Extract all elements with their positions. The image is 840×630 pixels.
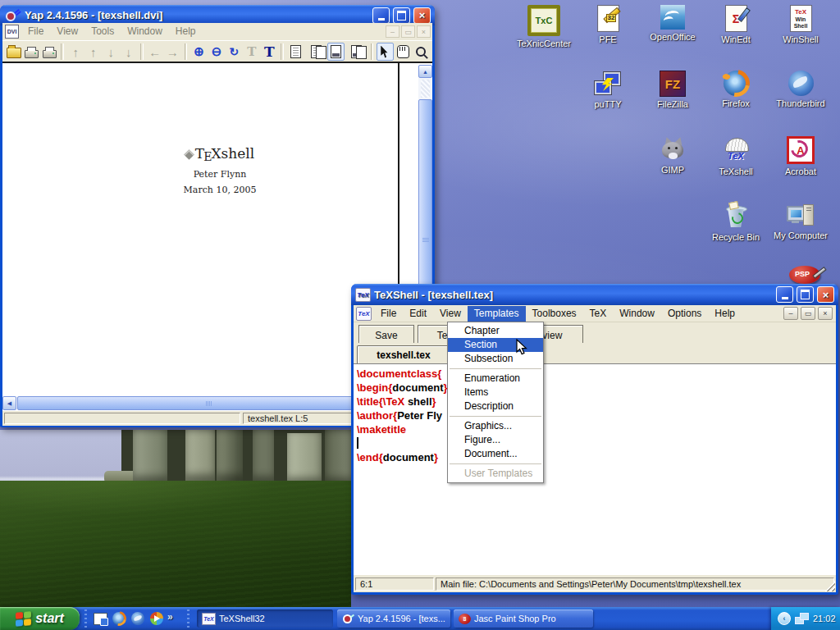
templates-menu-item-section[interactable]: Section	[448, 338, 543, 352]
scroll-left-icon[interactable]: ◀	[2, 396, 16, 410]
yap-menu-file[interactable]: File	[21, 24, 50, 39]
refresh-icon[interactable]: ↻	[226, 43, 242, 61]
hand-tool-icon[interactable]	[395, 43, 411, 61]
yap-minimize-button[interactable]	[372, 7, 390, 24]
psp-icon-glyph: PSP	[795, 270, 810, 278]
yap-menu-tools[interactable]: Tools	[84, 24, 121, 39]
open-file-icon[interactable]	[6, 43, 22, 61]
facing-pages-view-icon[interactable]	[305, 43, 327, 61]
desktop-icon-texshell[interactable]: TeXTeXshell	[704, 136, 768, 176]
mdi-minimize-icon[interactable]: –	[783, 307, 798, 320]
resize-grip[interactable]	[824, 581, 835, 591]
desktop-icon-pfe[interactable]: 32PFE	[576, 5, 640, 44]
texshell-titlebar[interactable]: TeX TeXShell - [texshell.tex] ×	[351, 284, 838, 305]
magnifier-tool-icon[interactable]	[413, 43, 429, 61]
desktop-icon-winshell[interactable]: TeXWinShellWinShell	[769, 5, 833, 44]
winshell-glyph: Shell	[794, 23, 808, 29]
mdi-restore-icon[interactable]: ▭	[801, 307, 815, 320]
mdi-close-icon[interactable]: ×	[417, 25, 431, 38]
code-editor[interactable]: \documentclass{\begin{document}\title{\T…	[354, 363, 836, 575]
texshell-menu-templates[interactable]: Templates	[468, 306, 526, 322]
templates-menu-item-graphics[interactable]: Graphics...	[448, 419, 543, 433]
yap-menu-window[interactable]: Window	[121, 24, 169, 39]
quick-launch-overflow-icon[interactable]: »	[167, 611, 173, 623]
next-page-icon[interactable]: ↓	[103, 43, 119, 61]
filezilla-icon: FZ	[660, 71, 686, 97]
first-page-icon[interactable]: ↑	[67, 43, 84, 61]
templates-menu-item-description[interactable]: Description	[448, 399, 543, 413]
scroll-track[interactable]	[421, 80, 430, 98]
desktop-icon-filezilla[interactable]: FZFileZilla	[641, 71, 705, 109]
show-desktop-icon[interactable]	[92, 610, 108, 627]
yap-menu-view[interactable]: View	[50, 24, 84, 39]
templates-menu-item-document[interactable]: Document...	[448, 447, 543, 461]
yap-menu-help[interactable]: Help	[169, 24, 203, 39]
quicklaunch-thunderbird-icon[interactable]	[130, 610, 146, 627]
forward-icon[interactable]: →	[164, 43, 180, 61]
back-icon[interactable]: ←	[147, 43, 163, 61]
continuous-facing-view-icon[interactable]	[345, 43, 368, 61]
desktop-icon-putty[interactable]: puTTY	[576, 71, 640, 109]
yap-close-button[interactable]: ×	[413, 7, 431, 24]
print-setup-icon[interactable]	[41, 43, 57, 61]
print-icon[interactable]	[23, 43, 39, 61]
mdi-close-icon[interactable]: ×	[818, 307, 833, 320]
templates-menu-item-subsection[interactable]: Subsection	[448, 352, 543, 366]
texshell-icon: TeX	[722, 136, 750, 164]
texshell-window: TeX TeXShell - [texshell.tex] × TeX File…	[351, 284, 838, 595]
templates-menu-item-chapter[interactable]: Chapter	[448, 324, 543, 338]
taskbar-task-jasc-paint-shop-pro[interactable]: 8Jasc Paint Shop Pro	[454, 609, 593, 628]
quicklaunch-mediaplayer-icon[interactable]	[148, 610, 165, 627]
scroll-thumb[interactable]	[17, 396, 401, 410]
text-caret	[357, 437, 358, 449]
single-page-view-icon[interactable]	[287, 43, 304, 61]
texshell-menu-options[interactable]: Options	[661, 306, 708, 322]
texshell-menu-view[interactable]: View	[433, 306, 468, 322]
taskbar-task-texshell32[interactable]: TeXTeXShell32	[197, 609, 333, 628]
desktop-icon-winedt[interactable]: ΣWinEdt	[704, 5, 768, 44]
select-tool-icon[interactable]	[377, 43, 394, 61]
desktop-icon-firefox[interactable]: Firefox	[704, 71, 768, 108]
templates-menu-item-items[interactable]: Items	[448, 386, 543, 399]
text-tool-icon[interactable]: T	[261, 43, 277, 61]
mycomputer-icon	[786, 202, 815, 228]
task-label: TeXShell32	[219, 614, 265, 623]
continuous-view-icon[interactable]	[327, 43, 345, 61]
dvi-artifact-glyph	[184, 149, 194, 160]
desktop-icon-paintshoppro[interactable]: PSP	[786, 264, 829, 285]
texshell-menu-help[interactable]: Help	[708, 306, 742, 322]
texshell-minimize-button[interactable]	[776, 286, 793, 303]
taskbar-task-yap-2-4-1596-texs[interactable]: Yap 2.4.1596 - [texs...	[337, 609, 450, 628]
last-page-icon[interactable]: ↓	[120, 43, 136, 61]
yap-maximize-button[interactable]	[393, 7, 410, 24]
scroll-up-icon[interactable]: ▲	[418, 65, 432, 78]
texshell-menu-window[interactable]: Window	[613, 306, 661, 322]
templates-menu-item-figure[interactable]: Figure...	[448, 433, 543, 447]
desktop-icon-gimp[interactable]: GIMP	[641, 136, 705, 175]
texshell-menu-tex[interactable]: TeX	[583, 306, 614, 322]
zoom-in-icon[interactable]: ⊕	[190, 43, 207, 61]
network-tray-icon[interactable]	[795, 613, 809, 624]
desktop-icon-thunderbird[interactable]: Thunderbird	[769, 71, 833, 108]
zoom-out-icon[interactable]: ⊖	[208, 43, 225, 61]
quicklaunch-firefox-icon[interactable]	[111, 610, 127, 627]
texshell-close-button[interactable]: ×	[817, 286, 834, 303]
texshell-menu-toolboxes[interactable]: Toolboxes	[526, 306, 583, 322]
mdi-minimize-icon[interactable]: –	[386, 25, 399, 38]
desktop-icon-acrobat[interactable]: AAcrobat	[769, 136, 833, 176]
ruler-tool-icon[interactable]: T	[244, 43, 260, 61]
desktop-icon-recyclebin[interactable]: Recycle Bin	[704, 202, 768, 242]
code-line-6	[357, 436, 836, 450]
templates-menu-item-enumeration[interactable]: Enumeration	[448, 372, 543, 386]
desktop-icon-texniccenter[interactable]: TxCTeXnicCenter	[512, 5, 576, 48]
tray-chevron-icon[interactable]: ‹	[778, 612, 791, 625]
mdi-restore-icon[interactable]: ▭	[401, 25, 415, 38]
desktop-icon-openoffice[interactable]: OpenOffice	[641, 5, 705, 42]
texshell-menu-file[interactable]: File	[374, 306, 403, 322]
start-button[interactable]: start	[0, 607, 80, 630]
texshell-menu-edit[interactable]: Edit	[403, 306, 433, 322]
texshell-maximize-button[interactable]	[797, 286, 814, 303]
previous-page-icon[interactable]: ↑	[85, 43, 102, 61]
tab-texshell-tex[interactable]: texshell.tex	[357, 345, 450, 363]
desktop-icon-mycomputer[interactable]: My Computer	[769, 202, 833, 240]
